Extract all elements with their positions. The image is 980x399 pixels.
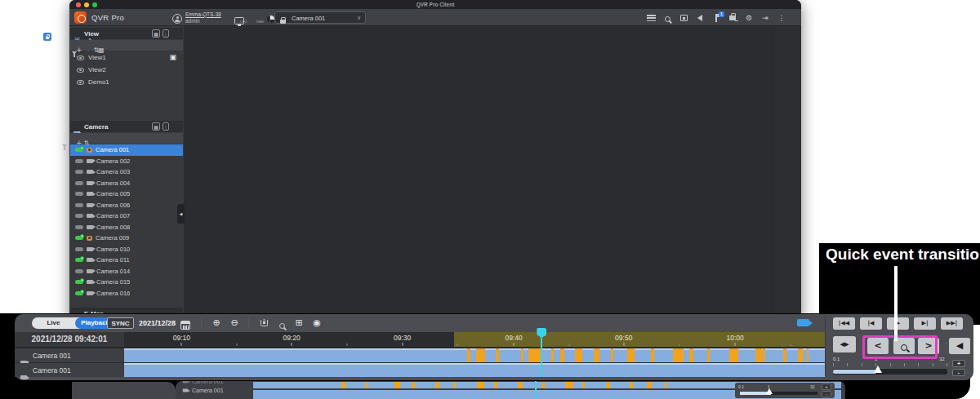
sidebar-collapse-handle[interactable]: ◀ xyxy=(177,204,185,224)
speed-slider[interactable] xyxy=(833,369,947,375)
view-kebab-icon[interactable]: ⋮ xyxy=(163,29,169,38)
previous-frame-button[interactable]: |◀ xyxy=(860,317,882,330)
camera-list-item[interactable]: Camera 015 xyxy=(70,277,183,288)
camera-list-item[interactable]: Camera 007 xyxy=(70,211,183,222)
speed-minus-button[interactable]: - xyxy=(822,391,831,397)
logout-icon[interactable]: ⇥ xyxy=(760,13,771,23)
view-display-mode-icon[interactable]: ▦ xyxy=(152,29,160,38)
camera-list-item[interactable]: Camera 009 xyxy=(70,233,183,244)
camera-list-item[interactable]: Camera 008 xyxy=(70,222,183,233)
camera-list-item[interactable]: Camera 003 xyxy=(70,166,183,178)
date-display[interactable]: 2021/12/28 xyxy=(139,319,176,327)
export-icon[interactable]: ↑ xyxy=(257,317,270,329)
audio-icon[interactable] xyxy=(694,13,706,23)
view-lock-icon[interactable] xyxy=(43,33,51,41)
event-segment[interactable] xyxy=(494,382,497,388)
track-label-row-1[interactable]: Camera 001 xyxy=(15,348,124,362)
event-segment[interactable] xyxy=(394,382,400,388)
skip-to-end-button[interactable]: ▶▶| xyxy=(941,317,963,330)
event-segment[interactable] xyxy=(673,348,684,362)
live-tab[interactable]: Live xyxy=(32,317,75,329)
event-segment[interactable] xyxy=(632,348,635,362)
record-icon[interactable]: ◉ xyxy=(310,317,323,329)
event-segment[interactable] xyxy=(689,348,693,362)
event-segment[interactable] xyxy=(807,348,809,362)
camera-list-item[interactable]: Camera 004 xyxy=(70,178,183,189)
settings-icon[interactable]: ⚙ xyxy=(743,13,755,23)
event-segment[interactable] xyxy=(541,382,545,388)
timeline-ruler[interactable]: 09:1009:2009:3009:4009:5010:00 xyxy=(124,332,825,347)
camera-list-item[interactable]: Camera 016 xyxy=(70,288,183,299)
camera-list-item[interactable]: Camera 002 xyxy=(70,156,183,167)
view-panel-header[interactable]: ⊞ View ▦ ⋮ ∧ xyxy=(70,28,183,39)
save-view-icon[interactable]: ▣ xyxy=(169,53,176,61)
event-segment[interactable] xyxy=(630,382,633,388)
event-segment[interactable] xyxy=(763,348,765,362)
track-label-row-2[interactable]: Camera 001 xyxy=(15,363,124,377)
timeline-zoom-out-icon[interactable]: ⊖ xyxy=(228,317,241,329)
event-segment[interactable] xyxy=(647,382,652,388)
view-item[interactable]: Demo1 xyxy=(70,76,183,88)
event-segment[interactable] xyxy=(521,348,523,362)
event-segment[interactable] xyxy=(365,382,368,388)
secondary-playhead[interactable] xyxy=(535,381,537,399)
sync-button[interactable]: SYNC xyxy=(107,317,134,329)
camera-list-item[interactable]: Camera 014 xyxy=(70,266,183,277)
event-segment[interactable] xyxy=(606,382,610,388)
event-segment[interactable] xyxy=(651,348,653,362)
calendar-icon[interactable] xyxy=(180,321,190,330)
camera-filter-icon[interactable] xyxy=(62,144,67,148)
event-segment[interactable] xyxy=(755,348,762,362)
event-segment[interactable] xyxy=(611,348,613,362)
fit-timeline-button[interactable]: ◂▸ xyxy=(833,336,856,352)
camera-track-2[interactable] xyxy=(124,363,825,377)
view-item[interactable]: View1▣ xyxy=(70,51,183,64)
show-camera-tracks-icon[interactable] xyxy=(797,319,809,326)
event-segment[interactable] xyxy=(665,382,667,388)
camera-select-dropdown[interactable]: Camera 001 ∨ xyxy=(274,11,366,24)
view-item[interactable]: View2 xyxy=(70,64,183,76)
camera-list-item[interactable]: Camera 005 xyxy=(70,188,183,200)
speed-slider-handle[interactable] xyxy=(874,366,882,373)
secondary-speed-slider[interactable]: 0.1 1 32 + - xyxy=(735,383,835,398)
reverse-play-button[interactable]: ◀ xyxy=(949,338,970,354)
privilege-lock-icon[interactable] xyxy=(727,13,738,23)
event-segment[interactable] xyxy=(783,348,786,362)
bookmark-add-icon[interactable]: ⊞ xyxy=(292,317,305,329)
event-segment[interactable] xyxy=(579,348,582,362)
user-name[interactable]: Emma-QTS-38 xyxy=(185,11,221,17)
event-segment[interactable] xyxy=(476,348,483,362)
event-segment[interactable] xyxy=(582,382,585,388)
slider-handle[interactable] xyxy=(766,388,773,394)
next-frame-button[interactable]: ▶| xyxy=(914,317,936,330)
camera-track-1[interactable] xyxy=(124,348,825,362)
speed-decrease-button[interactable]: - xyxy=(952,369,965,376)
camera-kebab-icon[interactable]: ⋮ xyxy=(163,122,169,131)
camera-list-item[interactable]: Camera 001 xyxy=(70,144,183,156)
camera-list-item[interactable]: Camera 010 xyxy=(70,244,183,255)
event-segment[interactable] xyxy=(594,348,599,362)
event-segment[interactable] xyxy=(551,348,554,362)
camera-display-mode-icon[interactable]: ▦ xyxy=(152,122,160,131)
speed-plus-button[interactable]: + xyxy=(822,383,831,390)
event-segment[interactable] xyxy=(560,348,564,362)
speed-increase-button[interactable]: + xyxy=(952,360,965,367)
event-segment[interactable] xyxy=(467,348,470,362)
timeline-zoom-in-icon[interactable]: ⊕ xyxy=(210,317,223,329)
fullscreen-icon[interactable] xyxy=(678,13,689,23)
search-icon[interactable] xyxy=(662,15,673,24)
event-segment[interactable] xyxy=(736,348,738,362)
event-segment[interactable] xyxy=(341,382,345,388)
event-segment[interactable] xyxy=(412,382,415,388)
play-pause-button[interactable]: ▶ xyxy=(887,317,909,330)
kebab-menu-icon[interactable]: ⋮ xyxy=(776,13,787,23)
event-segment[interactable] xyxy=(707,348,710,362)
event-segment[interactable] xyxy=(565,382,573,388)
camera-list-item[interactable]: Camera 011 xyxy=(70,255,183,266)
search-events-icon[interactable] xyxy=(275,320,288,332)
live-playback-toggle[interactable]: Live Playback xyxy=(32,317,115,329)
event-segment[interactable] xyxy=(496,348,499,362)
user-account-icon[interactable] xyxy=(172,14,182,24)
playhead-line[interactable] xyxy=(541,332,542,377)
skip-to-start-button[interactable]: |◀◀ xyxy=(833,317,855,330)
